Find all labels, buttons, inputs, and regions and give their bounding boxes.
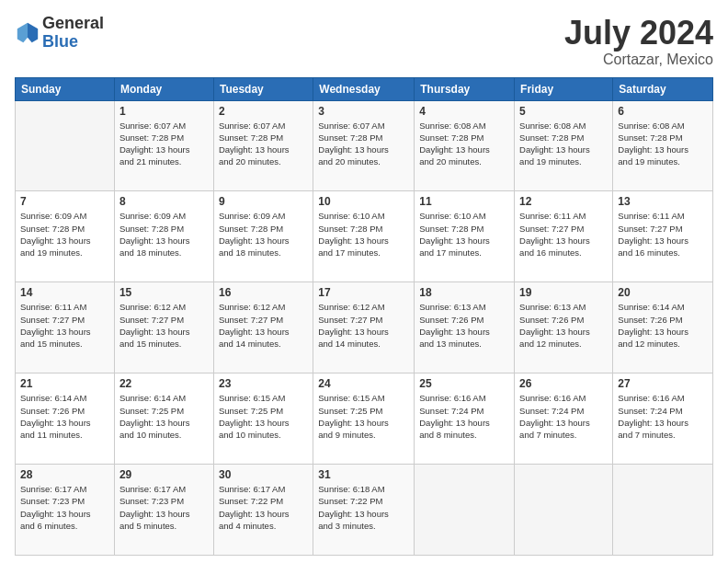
day-info: Sunrise: 6:07 AM Sunset: 7:28 PM Dayligh…: [119, 120, 209, 168]
day-info: Sunrise: 6:10 AM Sunset: 7:28 PM Dayligh…: [419, 210, 509, 259]
calendar-cell: 9Sunrise: 6:09 AM Sunset: 7:28 PM Daylig…: [213, 191, 313, 282]
day-info: Sunrise: 6:10 AM Sunset: 7:28 PM Dayligh…: [318, 210, 409, 259]
calendar-cell: 7Sunrise: 6:09 AM Sunset: 7:28 PM Daylig…: [16, 191, 115, 282]
logo: General Blue: [15, 15, 104, 52]
day-info: Sunrise: 6:15 AM Sunset: 7:25 PM Dayligh…: [318, 392, 409, 441]
header-saturday: Saturday: [613, 77, 713, 100]
calendar-cell: 6Sunrise: 6:08 AM Sunset: 7:28 PM Daylig…: [613, 100, 713, 191]
calendar-body: 1Sunrise: 6:07 AM Sunset: 7:28 PM Daylig…: [16, 100, 713, 555]
calendar-cell: [515, 465, 613, 556]
day-number: 9: [219, 195, 308, 208]
day-info: Sunrise: 6:17 AM Sunset: 7:23 PM Dayligh…: [20, 483, 109, 532]
day-number: 17: [318, 286, 409, 299]
day-number: 3: [318, 105, 409, 118]
calendar-cell: 5Sunrise: 6:08 AM Sunset: 7:28 PM Daylig…: [515, 100, 613, 191]
day-number: 28: [20, 468, 109, 481]
calendar-cell: 16Sunrise: 6:12 AM Sunset: 7:27 PM Dayli…: [213, 282, 313, 373]
calendar-cell: 17Sunrise: 6:12 AM Sunset: 7:27 PM Dayli…: [313, 282, 415, 373]
day-number: 22: [119, 377, 209, 390]
day-number: 12: [519, 195, 608, 208]
day-info: Sunrise: 6:08 AM Sunset: 7:28 PM Dayligh…: [618, 120, 708, 168]
calendar-cell: 24Sunrise: 6:15 AM Sunset: 7:25 PM Dayli…: [313, 373, 415, 465]
day-info: Sunrise: 6:17 AM Sunset: 7:22 PM Dayligh…: [219, 483, 308, 532]
day-number: 19: [519, 286, 608, 299]
calendar-cell: 3Sunrise: 6:07 AM Sunset: 7:28 PM Daylig…: [313, 100, 415, 191]
month-year: July 2024: [564, 15, 713, 52]
calendar-cell: 12Sunrise: 6:11 AM Sunset: 7:27 PM Dayli…: [515, 191, 613, 282]
day-info: Sunrise: 6:11 AM Sunset: 7:27 PM Dayligh…: [519, 210, 608, 259]
calendar-cell: 13Sunrise: 6:11 AM Sunset: 7:27 PM Dayli…: [613, 191, 713, 282]
day-info: Sunrise: 6:13 AM Sunset: 7:26 PM Dayligh…: [519, 301, 608, 350]
calendar-cell: 10Sunrise: 6:10 AM Sunset: 7:28 PM Dayli…: [313, 191, 415, 282]
header-row: Sunday Monday Tuesday Wednesday Thursday…: [16, 77, 713, 100]
day-info: Sunrise: 6:12 AM Sunset: 7:27 PM Dayligh…: [318, 301, 409, 350]
calendar-cell: 2Sunrise: 6:07 AM Sunset: 7:28 PM Daylig…: [213, 100, 313, 191]
calendar-week-1: 7Sunrise: 6:09 AM Sunset: 7:28 PM Daylig…: [16, 191, 713, 282]
calendar-cell: 29Sunrise: 6:17 AM Sunset: 7:23 PM Dayli…: [114, 465, 213, 556]
day-info: Sunrise: 6:07 AM Sunset: 7:28 PM Dayligh…: [318, 120, 409, 168]
day-number: 21: [20, 377, 109, 390]
day-info: Sunrise: 6:08 AM Sunset: 7:28 PM Dayligh…: [419, 120, 509, 168]
calendar-cell: 19Sunrise: 6:13 AM Sunset: 7:26 PM Dayli…: [515, 282, 613, 373]
day-number: 7: [20, 195, 109, 208]
calendar-cell: 14Sunrise: 6:11 AM Sunset: 7:27 PM Dayli…: [16, 282, 115, 373]
calendar-cell: 20Sunrise: 6:14 AM Sunset: 7:26 PM Dayli…: [613, 282, 713, 373]
calendar-cell: 26Sunrise: 6:16 AM Sunset: 7:24 PM Dayli…: [515, 373, 613, 465]
calendar-week-3: 21Sunrise: 6:14 AM Sunset: 7:26 PM Dayli…: [16, 373, 713, 465]
day-number: 24: [318, 377, 409, 390]
title-block: July 2024 Cortazar, Mexico: [564, 15, 713, 68]
day-number: 23: [219, 377, 308, 390]
day-info: Sunrise: 6:16 AM Sunset: 7:24 PM Dayligh…: [519, 392, 608, 441]
header-monday: Monday: [114, 77, 213, 100]
day-info: Sunrise: 6:09 AM Sunset: 7:28 PM Dayligh…: [219, 210, 308, 259]
calendar-cell: 25Sunrise: 6:16 AM Sunset: 7:24 PM Dayli…: [415, 373, 515, 465]
day-number: 5: [519, 105, 608, 118]
day-number: 11: [419, 195, 509, 208]
day-number: 20: [618, 286, 708, 299]
day-info: Sunrise: 6:09 AM Sunset: 7:28 PM Dayligh…: [119, 210, 209, 259]
day-number: 27: [618, 377, 708, 390]
day-number: 8: [119, 195, 209, 208]
calendar-cell: 15Sunrise: 6:12 AM Sunset: 7:27 PM Dayli…: [114, 282, 213, 373]
day-info: Sunrise: 6:08 AM Sunset: 7:28 PM Dayligh…: [519, 120, 608, 168]
day-info: Sunrise: 6:14 AM Sunset: 7:25 PM Dayligh…: [119, 392, 209, 441]
calendar-week-0: 1Sunrise: 6:07 AM Sunset: 7:28 PM Daylig…: [16, 100, 713, 191]
header-sunday: Sunday: [16, 77, 115, 100]
day-info: Sunrise: 6:16 AM Sunset: 7:24 PM Dayligh…: [419, 392, 509, 441]
calendar-cell: 31Sunrise: 6:18 AM Sunset: 7:22 PM Dayli…: [313, 465, 415, 556]
page: General Blue July 2024 Cortazar, Mexico …: [0, 0, 728, 563]
day-info: Sunrise: 6:14 AM Sunset: 7:26 PM Dayligh…: [618, 301, 708, 350]
calendar-cell: [613, 465, 713, 556]
calendar-cell: 23Sunrise: 6:15 AM Sunset: 7:25 PM Dayli…: [213, 373, 313, 465]
day-number: 10: [318, 195, 409, 208]
day-number: 15: [119, 286, 209, 299]
calendar-cell: 21Sunrise: 6:14 AM Sunset: 7:26 PM Dayli…: [16, 373, 115, 465]
header: General Blue July 2024 Cortazar, Mexico: [15, 15, 713, 68]
day-info: Sunrise: 6:15 AM Sunset: 7:25 PM Dayligh…: [219, 392, 308, 441]
day-info: Sunrise: 6:14 AM Sunset: 7:26 PM Dayligh…: [20, 392, 109, 441]
calendar-cell: 27Sunrise: 6:16 AM Sunset: 7:24 PM Dayli…: [613, 373, 713, 465]
calendar-week-2: 14Sunrise: 6:11 AM Sunset: 7:27 PM Dayli…: [16, 282, 713, 373]
header-friday: Friday: [515, 77, 613, 100]
day-number: 26: [519, 377, 608, 390]
day-info: Sunrise: 6:18 AM Sunset: 7:22 PM Dayligh…: [318, 483, 409, 532]
header-thursday: Thursday: [415, 77, 515, 100]
day-info: Sunrise: 6:16 AM Sunset: 7:24 PM Dayligh…: [618, 392, 708, 441]
day-number: 1: [119, 105, 209, 118]
day-number: 13: [618, 195, 708, 208]
day-info: Sunrise: 6:09 AM Sunset: 7:28 PM Dayligh…: [20, 210, 109, 259]
day-info: Sunrise: 6:12 AM Sunset: 7:27 PM Dayligh…: [219, 301, 308, 350]
calendar-cell: 28Sunrise: 6:17 AM Sunset: 7:23 PM Dayli…: [16, 465, 115, 556]
day-info: Sunrise: 6:11 AM Sunset: 7:27 PM Dayligh…: [20, 301, 109, 350]
day-info: Sunrise: 6:17 AM Sunset: 7:23 PM Dayligh…: [119, 483, 209, 532]
day-info: Sunrise: 6:11 AM Sunset: 7:27 PM Dayligh…: [618, 210, 708, 259]
day-number: 18: [419, 286, 509, 299]
calendar-cell: 4Sunrise: 6:08 AM Sunset: 7:28 PM Daylig…: [415, 100, 515, 191]
day-number: 29: [119, 468, 209, 481]
day-number: 31: [318, 468, 409, 481]
calendar: Sunday Monday Tuesday Wednesday Thursday…: [15, 77, 713, 556]
day-info: Sunrise: 6:12 AM Sunset: 7:27 PM Dayligh…: [119, 301, 209, 350]
logo-general-text: General: [42, 15, 104, 33]
logo-icon: [15, 20, 40, 46]
location: Cortazar, Mexico: [564, 52, 713, 68]
